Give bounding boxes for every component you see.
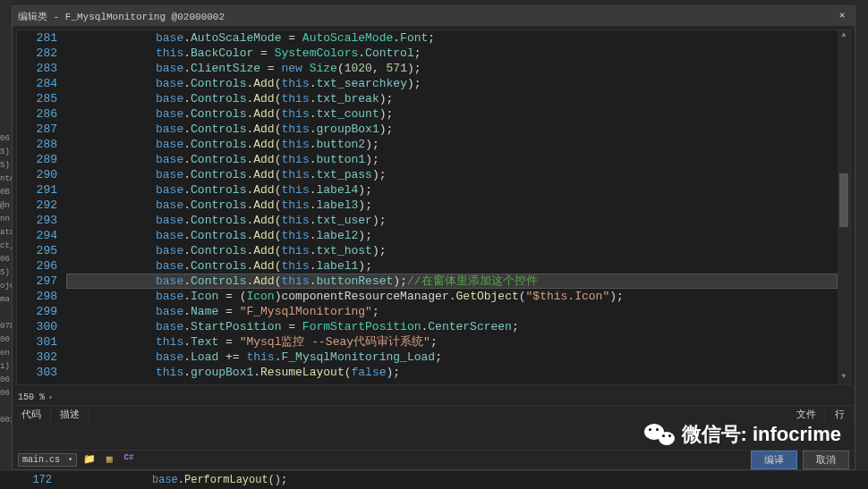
column-file[interactable]: 文件 [787,406,826,423]
open-folder-icon[interactable]: 📁 [82,453,97,468]
code-editor[interactable]: 2812822832842852862872882892902912922932… [16,30,851,385]
background-gutter-fragment: 06S)S)ntA0B@nnnatact,06S)ojecma07800en1)… [0,0,12,489]
bg-line-text: base.PerformLayout(); [63,474,287,486]
code-line[interactable]: base.Name = "F_MysqlMonitoring"; [66,304,838,319]
cancel-button[interactable]: 取消 [803,451,849,469]
zoom-bar: 150 % ▾ [13,389,855,405]
titlebar: 编辑类 - F_MysqlMonitoring @02000002 ✕ [13,6,855,26]
code-line[interactable]: base.Load += this.F_MysqlMonitoring_Load… [66,350,838,365]
results-panel [13,423,855,450]
compile-button[interactable]: 编译 [751,451,797,469]
code-content[interactable]: base.AutoScaleMode = AutoScaleMode.Font;… [66,30,838,384]
background-editor-line: 172 base.PerformLayout(); [0,471,868,489]
code-line[interactable]: base.AutoScaleMode = AutoScaleMode.Font; [66,30,838,46]
tab-description[interactable]: 描述 [51,406,89,423]
code-line[interactable]: base.Controls.Add(this.txt_user); [66,213,838,228]
tabs-row: 代码 描述 文件 行 [13,405,855,423]
code-line[interactable]: base.Controls.Add(this.label3); [66,198,838,213]
code-line[interactable]: this.groupBox1.ResumeLayout(false); [66,365,838,380]
line-number-gutter: 2812822832842852862872882892902912922932… [17,30,66,384]
code-line[interactable]: base.Controls.Add(this.txt_count); [66,106,838,122]
bg-line-number: 172 [0,474,63,486]
dialog-footer: main.cs 📁 ▦ C# 编译 取消 [13,450,855,469]
code-line[interactable]: base.Controls.Add(this.label1); [66,258,838,274]
code-line[interactable]: base.Controls.Add(this.txt_break); [66,91,838,106]
column-line[interactable]: 行 [826,406,855,423]
code-line[interactable]: base.Controls.Add(this.button1); [66,152,838,167]
window-title: 编辑类 - F_MysqlMonitoring @02000002 [18,10,835,23]
code-line[interactable]: base.Controls.Add(this.label4); [66,182,838,198]
tab-code[interactable]: 代码 [13,406,51,423]
zoom-dropdown-icon[interactable]: ▾ [48,393,53,401]
code-line[interactable]: base.Controls.Add(this.txt_host); [66,243,838,258]
code-line[interactable]: base.Controls.Add(this.label2); [66,228,838,243]
code-line[interactable]: base.Controls.Add(this.buttonReset);//在窗… [66,274,838,289]
code-line[interactable]: base.Controls.Add(this.button2); [66,137,838,152]
vertical-scrollbar[interactable]: ▲ ▼ [838,30,850,384]
file-selector[interactable]: main.cs [18,453,77,467]
scroll-thumb[interactable] [839,173,848,227]
csharp-icon[interactable]: C# [122,453,136,468]
code-line[interactable]: base.Controls.Add(this.txt_pass); [66,167,838,182]
code-line[interactable]: this.BackColor = SystemColors.Control; [66,46,838,61]
code-line[interactable]: base.StartPosition = FormStartPosition.C… [66,319,838,334]
scroll-down-icon[interactable]: ▼ [838,372,850,384]
zoom-level[interactable]: 150 % [18,392,45,402]
save-icon[interactable]: ▦ [102,453,116,468]
scroll-up-icon[interactable]: ▲ [838,30,850,43]
code-line[interactable]: base.Icon = (Icon)componentResourceManag… [66,289,838,304]
code-line[interactable]: this.Text = "Mysql监控 --Seay代码审计系统"; [66,334,838,350]
code-line[interactable]: base.Controls.Add(this.txt_searchkey); [66,76,838,91]
code-line[interactable]: base.Controls.Add(this.groupBox1); [66,122,838,137]
close-icon[interactable]: ✕ [835,9,849,23]
code-line[interactable]: base.ClientSize = new Size(1020, 571); [66,61,838,76]
class-editor-dialog: 编辑类 - F_MysqlMonitoring @02000002 ✕ 2812… [12,5,855,470]
